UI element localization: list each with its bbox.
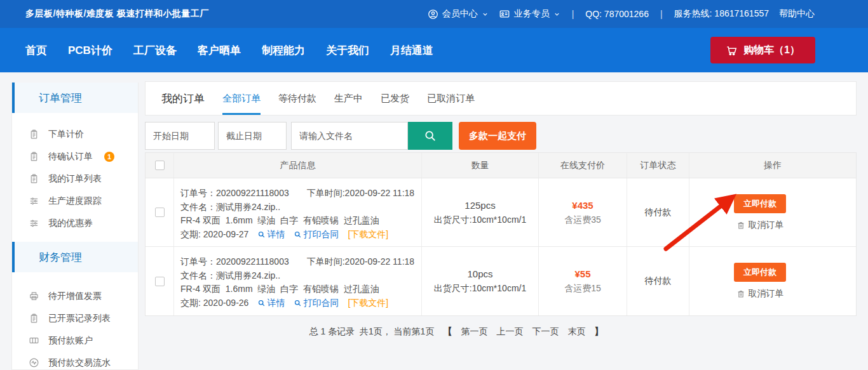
magnifier-icon — [257, 230, 266, 239]
print-contract-link[interactable]: 打印合同 — [294, 296, 339, 310]
quantity: 10pcs — [467, 267, 492, 281]
nav-customer-reviews[interactable]: 客户晒单 — [198, 43, 241, 58]
table-header-row: 产品信息 数量 在线支付价 订单状态 操作 — [146, 153, 856, 178]
sidebar-item-invoice-pending[interactable]: 待开增值发票 — [12, 285, 138, 307]
pending-count-badge: 1 — [104, 152, 114, 162]
product-info: 订单号：202009221118003下单时间:2020-09-22 11:18… — [174, 247, 421, 310]
nav-monthly-billing[interactable]: 月结通道 — [390, 43, 433, 58]
ship-size: 出货尺寸:10cm*10cm/1 — [434, 281, 526, 295]
pulse-icon — [29, 357, 39, 368]
file-name: 测试用券24.zip.. — [216, 269, 280, 283]
sidebar-item-prepaid-account[interactable]: 预付款账户 — [12, 329, 138, 352]
col-header-action: 操作 — [689, 153, 856, 178]
tab-shipped[interactable]: 已发货 — [381, 82, 409, 115]
order-status: 待付款 — [645, 275, 672, 287]
select-all-checkbox[interactable] — [155, 161, 165, 170]
file-label: 文件名： — [180, 269, 216, 283]
sidebar: 订单管理 下单计价 待确认订单 1 我的订单列表 生产进度跟踪 我的优惠券 财务… — [11, 83, 139, 370]
search-toolbar: 多款一起支付 — [145, 122, 857, 150]
order-time: 2020-09-22 11:18 — [345, 187, 415, 201]
sidebar-item-prepaid-transactions[interactable]: 预付款交易流水 — [12, 352, 138, 370]
sidebar-item-invoice-records[interactable]: 已开票记录列表 — [12, 307, 138, 329]
order-time-label: 下单时间: — [307, 187, 345, 201]
nav-pcb-pricing[interactable]: PCB计价 — [68, 43, 112, 58]
download-file-link[interactable]: [下载文件] — [348, 296, 388, 310]
order-row: 订单号：202009221118003下单时间:2020-09-22 11:18… — [146, 178, 856, 247]
qq-contact: QQ: 787001266 — [585, 9, 649, 19]
start-date-input[interactable] — [145, 122, 215, 150]
search-button[interactable] — [408, 122, 452, 150]
sales-rep-menu[interactable]: 业务专员 — [499, 8, 560, 20]
top-utility-bar: 多层板/特种板/难度板 极速打样和小批量工厂 会员中心 业务专员 | QQ: 7… — [0, 0, 868, 28]
sidebar-section-finance: 财务管理 — [12, 242, 138, 272]
sidebar-item-pending-confirm[interactable]: 待确认订单 1 — [12, 145, 138, 168]
nav-factory-equipment[interactable]: 工厂设备 — [133, 43, 177, 58]
file-name: 测试用券24.zip.. — [216, 201, 280, 215]
clipboard-icon — [29, 173, 39, 184]
cart-icon — [726, 44, 738, 56]
order-status: 待付款 — [645, 207, 672, 218]
main-content: 我的订单 全部订单 等待付款 生产中 已发货 已取消订单 多款一起支付 产品信息… — [145, 81, 857, 338]
sliders-icon — [29, 218, 39, 228]
detail-link[interactable]: 详情 — [257, 296, 285, 310]
board-specs: FR-4 双面 1.6mm 绿油 白字 有铅喷锡 过孔盖油 — [180, 282, 416, 296]
trash-icon — [736, 221, 745, 230]
cancel-order-link[interactable]: 取消订单 — [736, 288, 784, 300]
col-header-status: 订单状态 — [627, 153, 689, 178]
order-time-label: 下单时间: — [307, 255, 345, 269]
detail-link[interactable]: 详情 — [257, 228, 285, 242]
magnifier-icon — [294, 230, 302, 239]
pay-now-button[interactable]: 立即付款 — [734, 263, 786, 282]
trash-icon — [736, 289, 745, 298]
cancel-order-link[interactable]: 取消订单 — [736, 220, 784, 231]
clipboard-icon — [29, 129, 39, 140]
magnifier-icon — [257, 299, 266, 307]
sidebar-item-order-list[interactable]: 我的订单列表 — [12, 168, 138, 190]
pagination-next[interactable]: 下一页 — [532, 326, 559, 338]
file-label: 文件名： — [180, 201, 216, 215]
order-number: 202009221118003 — [216, 255, 289, 269]
separator: | — [571, 9, 576, 19]
tab-cancelled[interactable]: 已取消订单 — [427, 82, 475, 115]
pay-now-button[interactable]: 立即付款 — [734, 194, 786, 213]
tab-in-production[interactable]: 生产中 — [334, 82, 363, 115]
row-checkbox[interactable] — [155, 277, 165, 286]
main-navbar: 首页 PCB计价 工厂设备 客户晒单 制程能力 关于我们 月结通道 购物车（1） — [0, 28, 868, 72]
pagination-last[interactable]: 末页 — [567, 326, 585, 338]
nav-home[interactable]: 首页 — [25, 43, 47, 58]
delivery-date: 2020-09-26 — [203, 296, 249, 310]
col-header-quantity: 数量 — [422, 153, 539, 178]
end-date-input[interactable] — [218, 122, 287, 150]
delivery-label: 交期: — [180, 296, 203, 310]
filename-search-input[interactable] — [291, 122, 408, 150]
help-center-link[interactable]: 帮助中心 — [779, 8, 815, 20]
tab-all-orders[interactable]: 全部订单 — [222, 82, 261, 115]
tab-my-orders[interactable]: 我的订单 — [161, 82, 205, 115]
sidebar-item-coupons[interactable]: 我的优惠券 — [12, 212, 138, 234]
pay-multiple-button[interactable]: 多款一起支付 — [459, 122, 536, 150]
topbar-links: 会员中心 业务专员 | QQ: 787001266 | 服务热线: 186171… — [428, 8, 815, 20]
nav-about-us[interactable]: 关于我们 — [326, 43, 369, 58]
download-file-link[interactable]: [下载文件] — [348, 228, 388, 242]
delivery-date: 2020-09-27 — [203, 228, 249, 242]
cart-button[interactable]: 购物车（1） — [710, 37, 815, 63]
sidebar-item-quote[interactable]: 下单计价 — [12, 123, 138, 145]
pagination-first[interactable]: 第一页 — [461, 326, 487, 338]
pagination-prev[interactable]: 上一页 — [496, 326, 523, 338]
col-header-product: 产品信息 — [174, 153, 422, 178]
print-contract-link[interactable]: 打印合同 — [294, 228, 339, 242]
sidebar-group-orders: 下单计价 待确认订单 1 我的订单列表 生产进度跟踪 我的优惠券 — [12, 113, 138, 242]
tab-awaiting-payment[interactable]: 等待付款 — [278, 82, 316, 115]
row-checkbox[interactable] — [155, 208, 165, 217]
printer-icon — [29, 291, 39, 301]
freight-note: 含运费15 — [564, 281, 601, 295]
member-center-menu[interactable]: 会员中心 — [428, 8, 489, 20]
sidebar-group-finance: 待开增值发票 已开票记录列表 预付款账户 预付款交易流水 — [12, 272, 138, 370]
order-no-label: 订单号： — [180, 255, 216, 269]
delivery-label: 交期: — [180, 228, 203, 242]
order-time: 2020-09-22 11:18 — [345, 255, 415, 269]
sidebar-item-production-tracking[interactable]: 生产进度跟踪 — [12, 190, 138, 212]
order-price: ¥55 — [574, 267, 590, 281]
nav-process-capability[interactable]: 制程能力 — [262, 43, 305, 58]
id-card-icon — [499, 8, 510, 20]
